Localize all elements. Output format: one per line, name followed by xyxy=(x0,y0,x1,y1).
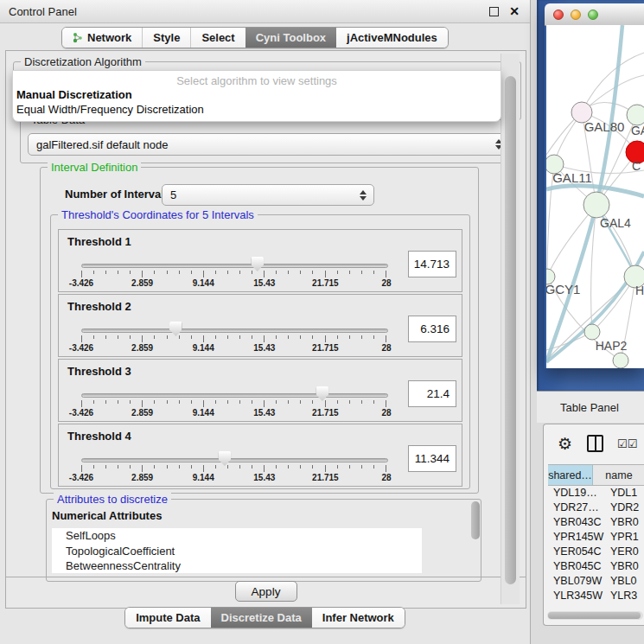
tab-style[interactable]: Style xyxy=(142,28,190,48)
numerical-attributes-list[interactable]: SelfLoopsTopologicalCoefficientBetweenne… xyxy=(52,528,422,573)
network-canvas[interactable]: GAL80GACGAL11GAL4GCY1HHAP2 xyxy=(546,25,644,368)
tab-jactivemnodules[interactable]: jActiveMNodules xyxy=(336,28,448,48)
number-of-intervals-combobox[interactable]: 5 xyxy=(162,184,374,206)
threshold-value-input[interactable]: 14.713 xyxy=(408,251,456,277)
close-traffic-light[interactable] xyxy=(553,10,564,20)
network-node-gal4[interactable] xyxy=(583,192,609,218)
horizontal-scrollbar[interactable] xyxy=(547,611,643,620)
group-title: Interval Definition xyxy=(48,161,141,174)
slider-thumb[interactable] xyxy=(316,386,328,401)
divider xyxy=(6,577,526,577)
control-panel-titlebar: Control Panel ✕ xyxy=(0,0,530,23)
slider-tick-label: 15.43 xyxy=(253,473,275,482)
column-header-name[interactable]: name xyxy=(593,465,644,485)
slider-tick-label: 21.715 xyxy=(312,343,339,353)
float-window-icon[interactable] xyxy=(489,7,499,16)
list-item-betweennesscentrality[interactable]: BetweennessCentrality xyxy=(52,558,422,573)
slider-tick-label: 2.859 xyxy=(131,278,153,288)
slider-tick-label: 21.715 xyxy=(312,278,339,288)
slider-tick-label: 21.715 xyxy=(312,473,339,482)
threshold-box: Threshold 2-3.4262.8599.14415.4321.71528… xyxy=(58,294,462,357)
tab-label: Style xyxy=(153,31,180,44)
network-view-window: GAL80GACGAL11GAL4GCY1HHAP2 xyxy=(545,3,644,368)
content-scrollbar[interactable] xyxy=(501,54,520,604)
tab-label: Impute Data xyxy=(136,611,200,624)
node-label: GAL11 xyxy=(552,170,592,185)
close-icon[interactable]: ✕ xyxy=(509,5,520,17)
list-item-selfloops[interactable]: SelfLoops xyxy=(52,528,422,544)
checkbox-icon[interactable]: ☑ xyxy=(617,438,628,450)
slider-track[interactable] xyxy=(81,328,388,333)
table-row[interactable]: YER054CYER0 xyxy=(548,544,644,558)
table-row[interactable]: YLR345WYLR3 xyxy=(548,588,644,603)
threshold-label: Threshold 2 xyxy=(67,300,131,313)
table-cell: YLR345W xyxy=(548,590,604,602)
table-row[interactable]: YBL079WYBL0 xyxy=(548,573,644,588)
network-node-ga[interactable] xyxy=(627,105,644,125)
slider-tick-label: 28 xyxy=(381,408,391,418)
threshold-box: Threshold 3-3.4262.8599.14415.4321.71528… xyxy=(58,359,462,422)
thresholds-group: Threshold's Coordinates for 5 Intervals … xyxy=(50,214,470,489)
slider-track[interactable] xyxy=(81,393,388,398)
tab-discretize-data[interactable]: Discretize Data xyxy=(211,608,312,628)
network-window-titlebar[interactable] xyxy=(545,3,644,26)
threshold-value-input[interactable]: 6.316 xyxy=(408,316,456,342)
gear-icon[interactable]: ⚙ xyxy=(558,436,572,452)
slider-tick-label: -3.426 xyxy=(69,408,93,418)
threshold-label: Threshold 3 xyxy=(67,365,131,378)
minimize-traffic-light[interactable] xyxy=(571,10,581,20)
slider-thumb[interactable] xyxy=(218,451,231,466)
slider-track[interactable] xyxy=(81,458,388,462)
threshold-value-input[interactable]: 21.4 xyxy=(408,380,456,407)
node-label: HAP2 xyxy=(596,339,628,353)
node-label: GAL80 xyxy=(584,119,625,134)
table-cell: YDL1 xyxy=(604,487,644,499)
threshold-box: Threshold 1-3.4262.8599.14415.4321.71528… xyxy=(58,229,462,292)
checkbox-icon[interactable]: ☑ xyxy=(628,438,638,450)
slider-thumb[interactable] xyxy=(251,257,264,271)
tab-infer-network[interactable]: Infer Network xyxy=(312,608,405,628)
dropdown-option-manual-discretization[interactable]: Manual Discretization xyxy=(13,87,501,102)
table-cell: YBR0 xyxy=(604,516,644,528)
table-row[interactable]: YBR045CYBR0 xyxy=(548,558,644,573)
table-data-combobox[interactable]: galFiltered.sif default node xyxy=(28,133,510,156)
tab-label: Discretize Data xyxy=(221,611,302,624)
tab-select[interactable]: Select xyxy=(190,28,245,48)
bottom-tab-bar: Impute DataDiscretize DataInfer Network xyxy=(124,607,405,628)
slider-tick-label: -3.426 xyxy=(69,278,93,288)
table-cell: YDR27… xyxy=(548,501,604,513)
table-row[interactable]: YDL19…YDL1 xyxy=(548,485,644,500)
tab-label: Select xyxy=(201,31,234,44)
slider-thumb[interactable] xyxy=(169,322,182,336)
slider-tick-label: 9.144 xyxy=(193,278,214,288)
table-row[interactable]: YDR27…YDR2 xyxy=(548,500,644,514)
scrollbar-thumb[interactable] xyxy=(505,76,516,584)
node-label: GAL4 xyxy=(600,216,631,230)
apply-button[interactable]: Apply xyxy=(235,581,297,602)
tab-network[interactable]: Network xyxy=(62,28,142,48)
tab-label: Network xyxy=(87,31,131,44)
network-node-hap2[interactable] xyxy=(584,324,600,340)
dropdown-option-equal-width-frequency-discretization[interactable]: Equal Width/Frequency Discretization xyxy=(13,102,501,117)
table-row[interactable]: YPR145WYPR1 xyxy=(548,529,644,544)
table-cell: YER0 xyxy=(604,545,644,558)
zoom-traffic-light[interactable] xyxy=(588,10,598,20)
list-item-topologicalcoefficient[interactable]: TopologicalCoefficient xyxy=(52,544,422,559)
scrollbar-thumb[interactable] xyxy=(548,612,641,619)
table-row[interactable]: YBR043CYBR0 xyxy=(548,514,644,529)
tab-cyni-toolbox[interactable]: Cyni Toolbox xyxy=(245,28,336,48)
list-scrollbar[interactable] xyxy=(471,501,480,539)
bottom-tab-row: Impute DataDiscretize DataInfer Network xyxy=(0,607,530,628)
tab-impute-data[interactable]: Impute Data xyxy=(125,608,210,628)
attributes-group: Attributes to discretize Numerical Attri… xyxy=(46,499,481,582)
split-columns-icon[interactable] xyxy=(587,435,603,452)
slider-tick-label: 15.43 xyxy=(253,408,275,418)
slider-track[interactable] xyxy=(81,264,388,268)
table-panel-body: ⚙ ☑☑ shared…name YDL19…YDL1YDR27…YDR2YBR… xyxy=(543,424,644,626)
panel-title: Control Panel xyxy=(0,5,489,18)
slider-tick-label: 15.43 xyxy=(253,343,275,353)
network-node[interactable] xyxy=(613,353,628,368)
column-header-shared[interactable]: shared… xyxy=(548,465,593,485)
table-rows: YDL19…YDL1YDR27…YDR2YBR043CYBR0YPR145WYP… xyxy=(548,485,644,603)
threshold-value-input[interactable]: 11.344 xyxy=(408,445,456,472)
